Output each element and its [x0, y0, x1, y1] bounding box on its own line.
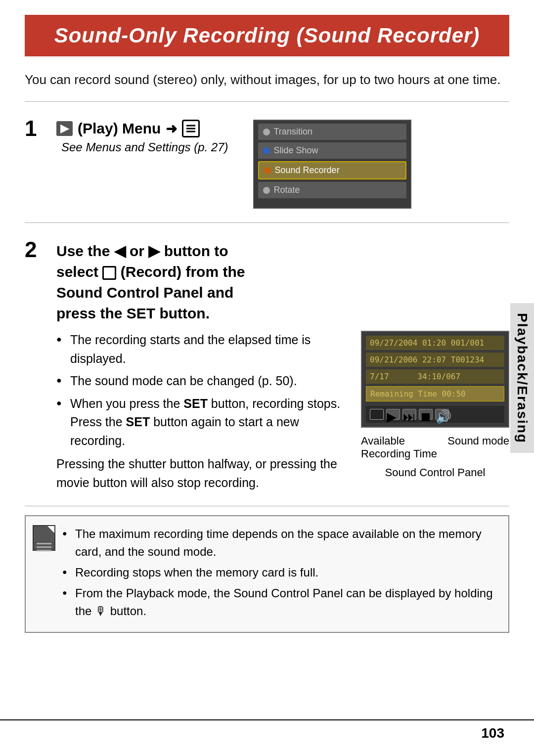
menu-dot-orange: [264, 167, 271, 174]
divider-3: [25, 506, 509, 506]
step-2-number: 2: [25, 239, 51, 261]
note-bullet-3: From the Playback mode, the Sound Contro…: [62, 584, 498, 620]
arrow-icon: ➜: [166, 121, 177, 137]
step-2-row: The recording starts and the elapsed tim…: [56, 331, 509, 492]
step-2-bullets: The recording starts and the elapsed tim…: [56, 331, 346, 450]
step-2: 2 Use the ◀ or ▶ button to select (Recor…: [25, 232, 509, 497]
screen-row-1: 09/27/2004 01:20 001/001: [366, 336, 504, 350]
page-number: 103: [481, 725, 504, 741]
divider-1: [25, 101, 509, 102]
sidebar-text: Playback/Erasing: [510, 303, 534, 453]
note-icon-lines: [37, 546, 51, 548]
ctrl-btn-3[interactable]: ⏭: [402, 409, 416, 420]
menu-item-label: Transition: [274, 127, 312, 137]
sound-control-label: Sound Control Panel: [361, 466, 509, 479]
bullet-2: The sound mode can be changed (p. 50).: [56, 372, 346, 391]
pressing-text: Pressing the shutter button halfway, or …: [56, 455, 346, 492]
menu-item-label: Sound Recorder: [275, 165, 340, 176]
screen-panel: 09/27/2004 01:20 001/001 09/21/2006 22:0…: [361, 331, 509, 428]
step-1-subtext: See Menus and Settings (p. 27): [56, 140, 228, 154]
page-container: Sound-Only Recording (Sound Recorder) Yo…: [0, 0, 534, 756]
menu-dot: [263, 129, 270, 135]
step-1-number: 1: [25, 118, 51, 139]
control-bar: ▶ ⏭ ⏹ 🔊: [366, 406, 504, 423]
bullet-3: When you press the SET button, recording…: [56, 395, 346, 450]
label-sound-mode: Sound mode: [447, 435, 509, 460]
step-1-image: Transition Slide Show Sound Recorder Rot…: [253, 120, 411, 209]
play-icon: ▶: [56, 121, 73, 136]
note-box: The maximum recording time depends on th…: [25, 515, 509, 633]
screen-row-2: 09/21/2006 22:07 T001234: [366, 353, 504, 367]
label-available: Available Recording Time: [361, 435, 443, 460]
menu-icon: [182, 120, 200, 137]
step-2-header: Use the ◀ or ▶ button to select (Record)…: [56, 241, 509, 324]
or-text: or: [130, 243, 144, 259]
menu-item-rotate: Rotate: [258, 182, 406, 198]
intro-text: You can record sound (stereo) only, with…: [25, 70, 509, 89]
screen-remaining: Remaining Time 00:50: [366, 386, 504, 401]
menu-item-sound-recorder: Sound Recorder: [258, 161, 406, 179]
menu-item-label: Rotate: [274, 185, 300, 195]
step-1-text: ▶ (Play) Menu ➜ See Menus and Settings (…: [56, 120, 228, 154]
note-bullet-2: Recording stops when the memory card is …: [62, 564, 498, 581]
step-1-content: ▶ (Play) Menu ➜ See Menus and Settings (…: [51, 120, 509, 209]
ctrl-btn-4[interactable]: ⏹: [419, 409, 433, 420]
ctrl-btn-5[interactable]: 🔊: [435, 409, 449, 420]
divider-2: [25, 222, 509, 223]
ctrl-btn-2[interactable]: ▶: [386, 409, 400, 420]
ctrl-btn-1[interactable]: [370, 409, 384, 420]
page-line: [0, 719, 534, 720]
page-title: Sound-Only Recording (Sound Recorder): [25, 15, 509, 56]
bullet-1: The recording starts and the elapsed tim…: [56, 331, 346, 368]
note-icon: [33, 525, 55, 551]
screen-row-3: 7/17 34:10/067: [366, 369, 504, 384]
note-bullet-1: The maximum recording time depends on th…: [62, 525, 498, 561]
step-2-content: Use the ◀ or ▶ button to select (Record)…: [51, 241, 509, 492]
menu-dot-blue: [263, 147, 270, 154]
menu-item-transition: Transition: [258, 124, 406, 140]
image-labels: Available Recording Time Sound mode: [361, 435, 509, 460]
note-bullets: The maximum recording time depends on th…: [62, 525, 498, 623]
step-1-row: ▶ (Play) Menu ➜ See Menus and Settings (…: [56, 120, 509, 209]
step-2-image-col: 09/27/2004 01:20 001/001 09/21/2006 22:0…: [361, 331, 509, 479]
step-1: 1 ▶ (Play) Menu ➜ See Menus and Settings…: [25, 111, 509, 214]
step-2-text-col: The recording starts and the elapsed tim…: [56, 331, 346, 492]
sidebar-label: Playback/Erasing: [515, 313, 530, 444]
menu-dot: [263, 187, 270, 194]
step-1-header-text: (Play) Menu: [78, 120, 161, 137]
menu-item-slideshow: Slide Show: [258, 142, 406, 159]
menu-item-label: Slide Show: [274, 145, 318, 156]
step-1-header: ▶ (Play) Menu ➜: [56, 120, 228, 137]
record-icon: [102, 266, 116, 280]
